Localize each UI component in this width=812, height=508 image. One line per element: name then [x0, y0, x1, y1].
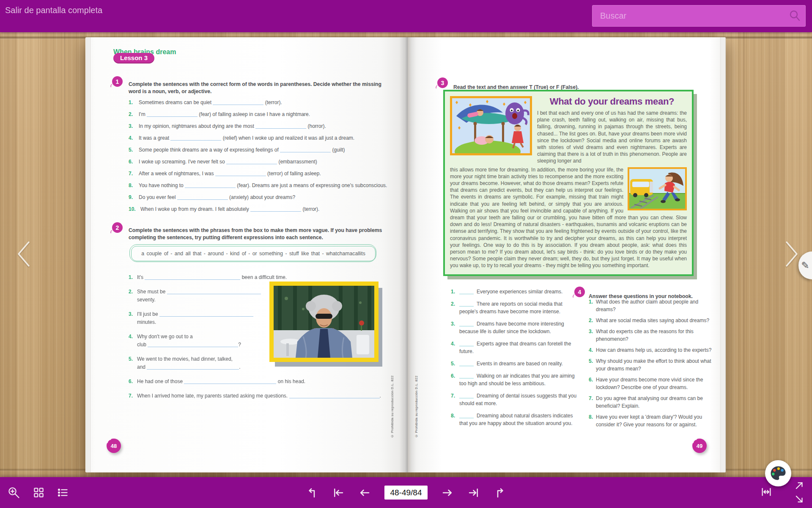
- exercise2-item: 6.He had one of those on his head.: [129, 378, 409, 386]
- page-edge-stack: [720, 37, 726, 472]
- grid-view-icon[interactable]: [33, 487, 44, 498]
- true-false-item: 6.Walking on air indicates that you are …: [451, 372, 580, 387]
- exercise3-number-badge: 3: [437, 77, 448, 88]
- wood-vertical-seam: [64, 0, 65, 508]
- true-false-item: 8.Dreaming about natural disasters indic…: [451, 412, 580, 427]
- question-item: 1.What does the author claim about peopl…: [589, 298, 714, 313]
- answer-blank: [459, 322, 474, 326]
- answer-blank: [459, 362, 474, 366]
- item-number: 2.: [451, 300, 455, 308]
- item-number: 2.: [589, 317, 593, 324]
- search-input[interactable]: [599, 6, 783, 26]
- item-number: 10.: [129, 206, 136, 213]
- fullscreen-toggle-icon[interactable]: [789, 482, 804, 503]
- answer-blank: [213, 100, 263, 105]
- question-item: 7.Do you agree that analysing our dreams…: [589, 395, 714, 410]
- copyright-notice: © Prohibida su reproducción D.L. 822: [414, 375, 418, 438]
- exercise1-item: 2.I'm (fear) of falling asleep in case I…: [129, 111, 406, 118]
- item-number: 5.: [451, 360, 455, 367]
- question-item: 6.Have your dreams become more vivid sin…: [589, 376, 714, 391]
- exercise1-instruction: Complete the sentences with the correct …: [129, 81, 382, 95]
- passage-title: What do your dreams mean?: [537, 96, 687, 107]
- exercise1-list: 1.Sometimes dreams can be quiet (terror)…: [129, 99, 406, 218]
- answer-blank: [280, 148, 331, 152]
- item-number: 1.: [589, 298, 593, 306]
- palette-button[interactable]: [765, 460, 791, 486]
- answer-blank: [159, 312, 253, 317]
- pencil-icon: ✎: [801, 260, 809, 271]
- prev-page-icon[interactable]: [358, 486, 371, 499]
- item-number: 8.: [451, 412, 455, 420]
- item-number: 2.: [129, 111, 133, 118]
- lesson-badge: Lesson 3: [113, 53, 154, 64]
- question-item: 3.What do experts cite as the reasons fo…: [589, 328, 714, 343]
- item-number: 6.: [129, 378, 133, 386]
- item-number: 1.: [451, 288, 455, 295]
- answer-blank: [289, 394, 380, 398]
- answer-blank: [148, 342, 238, 347]
- answer-blank: [147, 365, 239, 370]
- answer-blank: [177, 195, 228, 200]
- answer-blank: [459, 394, 474, 398]
- true-false-item: 2.There are reports on social media that…: [451, 300, 580, 315]
- true-false-item: 1.Everyone experiences similar dreams.: [451, 288, 580, 295]
- word-box: a couple of - and all that - around - ki…: [129, 244, 376, 262]
- item-number: 6.: [589, 376, 593, 384]
- true-false-item: 3.Dreams have become more interesting be…: [451, 320, 580, 335]
- item-number: 7.: [129, 392, 133, 400]
- answer-blank: [250, 207, 301, 212]
- exercise1-item: 4.It was a great (relief) when I woke up…: [129, 135, 406, 142]
- true-false-item: 4.Experts agree that dreams can foretell…: [451, 340, 580, 355]
- exercise1-item: 10.When I woke up from my dream. I felt …: [129, 206, 406, 213]
- answer-blank: [167, 290, 261, 294]
- item-number: 7.: [589, 395, 593, 402]
- palette-icon: [769, 464, 787, 482]
- photo-image: [274, 286, 374, 358]
- exercise2-number-badge: 2: [112, 222, 123, 233]
- answer-blank: [459, 414, 474, 418]
- next-page-icon[interactable]: [441, 486, 454, 499]
- page-number-left: 48: [107, 439, 121, 453]
- exercise1-item: 8.You have nothing to (fear). Dreams are…: [129, 182, 406, 189]
- item-number: 4.: [451, 340, 455, 348]
- questions-list: 1.What does the author claim about peopl…: [589, 298, 714, 432]
- last-page-icon[interactable]: [467, 486, 480, 499]
- item-number: 7.: [129, 170, 133, 177]
- jump-forward-icon[interactable]: [494, 486, 506, 499]
- answer-blank: [215, 171, 266, 176]
- zoom-in-icon[interactable]: [8, 486, 20, 499]
- answer-blank: [226, 160, 277, 164]
- item-number: 8.: [129, 182, 133, 189]
- page-indicator-input[interactable]: [384, 486, 428, 500]
- answer-blank: [459, 374, 474, 378]
- exercise1-item: 3.In my opinion, nightmares about dying …: [129, 123, 406, 130]
- prev-arrow-icon[interactable]: [14, 240, 33, 268]
- item-number: 2.: [129, 288, 133, 296]
- top-bar: Salir de pantalla completa: [0, 0, 812, 32]
- exercise1-item: 6.I woke up screaming. I've never felt s…: [129, 158, 406, 166]
- index-icon[interactable]: [57, 487, 69, 498]
- exit-fullscreen-button[interactable]: Salir de pantalla completa: [5, 6, 102, 15]
- first-page-icon[interactable]: [332, 486, 345, 499]
- search-box[interactable]: [592, 5, 806, 27]
- item-number: 4.: [129, 135, 133, 142]
- photo-elderly-woman: [269, 282, 379, 362]
- missed-bus-illustration: [628, 167, 687, 210]
- item-number: 5.: [129, 146, 133, 154]
- item-number: 3.: [451, 320, 455, 328]
- true-false-list: 1.Everyone experiences similar dreams.2.…: [451, 288, 580, 432]
- question-item: 4.How can dreams help us, according to t…: [589, 346, 714, 354]
- fit-view-icon[interactable]: [760, 486, 772, 498]
- answer-blank: [170, 136, 221, 141]
- jump-back-icon[interactable]: [306, 486, 318, 499]
- answer-blank: [147, 112, 198, 117]
- exercise2-item: 1.It's been a difficult time.: [129, 273, 409, 282]
- search-icon[interactable]: [788, 9, 801, 22]
- item-number: 1.: [129, 99, 133, 106]
- answer-blank: [184, 379, 276, 384]
- item-number: 5.: [129, 355, 133, 363]
- exercise1-item: 1.Sometimes dreams can be quiet (terror)…: [129, 99, 406, 106]
- word-box-phrases: a couple of - and all that - around - ki…: [131, 246, 376, 261]
- exercise1-item: 5.Some people think dreams are a way of …: [129, 146, 406, 154]
- item-number: 6.: [451, 372, 455, 380]
